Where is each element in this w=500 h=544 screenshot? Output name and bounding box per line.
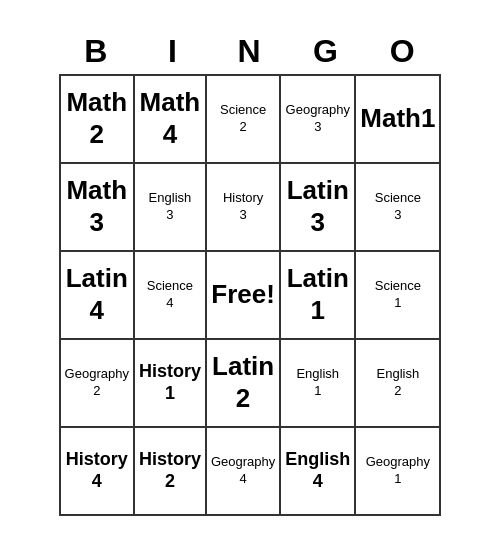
cell-2-2: Free! [206, 251, 280, 339]
cell-0-1: Math4 [134, 75, 206, 163]
cell-2-1: Science4 [134, 251, 206, 339]
cell-4-4: Geography1 [355, 427, 440, 515]
header-i: I [135, 29, 212, 74]
cell-0-0: Math2 [60, 75, 134, 163]
cell-1-3: Latin3 [280, 163, 355, 251]
cell-4-0: History4 [60, 427, 134, 515]
bingo-grid: Math2Math4Science2Geography3Math1Math3En… [59, 74, 442, 516]
cell-2-3: Latin1 [280, 251, 355, 339]
cell-1-0: Math3 [60, 163, 134, 251]
cell-3-2: Latin2 [206, 339, 280, 427]
cell-4-3: English4 [280, 427, 355, 515]
cell-3-4: English2 [355, 339, 440, 427]
header-n: N [212, 29, 289, 74]
cell-3-3: English1 [280, 339, 355, 427]
header-g: G [288, 29, 365, 74]
cell-2-4: Science1 [355, 251, 440, 339]
cell-1-2: History3 [206, 163, 280, 251]
cell-0-2: Science2 [206, 75, 280, 163]
cell-0-4: Math1 [355, 75, 440, 163]
bingo-header: B I N G O [59, 29, 442, 74]
cell-4-1: History2 [134, 427, 206, 515]
cell-2-0: Latin4 [60, 251, 134, 339]
cell-1-1: English3 [134, 163, 206, 251]
cell-3-1: History1 [134, 339, 206, 427]
cell-1-4: Science3 [355, 163, 440, 251]
cell-4-2: Geography4 [206, 427, 280, 515]
header-o: O [365, 29, 442, 74]
header-b: B [59, 29, 136, 74]
cell-0-3: Geography3 [280, 75, 355, 163]
cell-3-0: Geography2 [60, 339, 134, 427]
